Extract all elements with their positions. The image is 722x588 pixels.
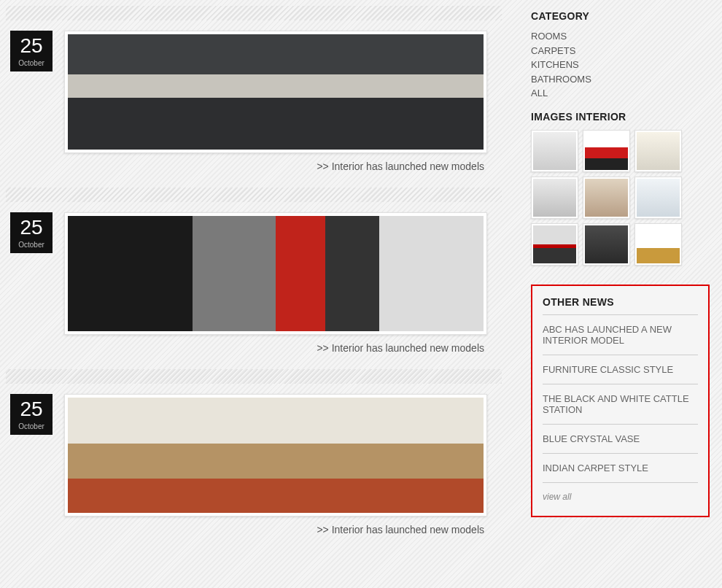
post-image-link[interactable] xyxy=(64,212,487,335)
thumbnail-link[interactable] xyxy=(583,223,630,266)
thumbnail-grid xyxy=(531,130,691,266)
main-column: 25 October >> Interior has launched new … xyxy=(6,0,502,551)
date-badge: 25 October xyxy=(10,212,53,253)
thumbnail-link[interactable] xyxy=(634,223,682,266)
post-image xyxy=(68,34,484,150)
thumbnail-link[interactable] xyxy=(583,130,630,172)
date-day: 25 xyxy=(20,399,42,419)
thumbnail-link[interactable] xyxy=(634,130,682,172)
category-link[interactable]: KITCHENS xyxy=(531,58,710,72)
post-image xyxy=(68,216,484,331)
thumbnail-image xyxy=(585,179,628,217)
post-image-link[interactable] xyxy=(64,31,487,153)
category-link[interactable]: CARPETS xyxy=(531,44,710,58)
thumbnail-image xyxy=(533,179,576,217)
post-title-link[interactable]: >> Interior has launched new models xyxy=(64,153,487,177)
thumbnail-link[interactable] xyxy=(531,223,578,266)
thumbnail-image xyxy=(585,225,628,263)
other-news-panel: OTHER NEWS ABC HAS LAUNCHED A NEW INTERI… xyxy=(531,285,710,517)
thumbnail-image xyxy=(637,179,680,217)
category-link[interactable]: ROOMS xyxy=(531,29,710,44)
date-month: October xyxy=(18,241,44,249)
sidebar: CATEGORY ROOMS CARPETS KITCHENS BATHROOM… xyxy=(531,0,710,517)
divider xyxy=(6,187,502,202)
post-image xyxy=(68,398,484,513)
gallery-heading: IMAGES INTERIOR xyxy=(531,111,710,123)
category-link[interactable]: ALL xyxy=(531,86,710,101)
thumbnail-image xyxy=(585,132,628,170)
thumbnail-image xyxy=(637,132,680,170)
news-link[interactable]: INDIAN CARPET STYLE xyxy=(543,453,698,483)
post-title-link[interactable]: >> Interior has launched new models xyxy=(64,335,487,358)
date-month: October xyxy=(18,422,44,430)
view-all-link[interactable]: view all xyxy=(543,492,571,502)
post: 25 October >> Interior has launched new … xyxy=(6,31,502,177)
thumbnail-link[interactable] xyxy=(531,177,578,219)
other-news-heading: OTHER NEWS xyxy=(543,296,698,308)
post: 25 October >> Interior has launched new … xyxy=(6,394,502,540)
divider xyxy=(6,6,502,20)
divider xyxy=(6,369,502,384)
post-image-link[interactable] xyxy=(64,394,487,517)
news-link[interactable]: THE BLACK AND WHITE CATTLE STATION xyxy=(543,384,698,425)
date-day: 25 xyxy=(20,36,42,56)
thumbnail-link[interactable] xyxy=(583,177,630,219)
date-day: 25 xyxy=(20,217,42,238)
thumbnail-image xyxy=(637,225,680,263)
category-list: ROOMS CARPETS KITCHENS BATHROOMS ALL xyxy=(531,29,710,101)
date-month: October xyxy=(18,59,44,67)
thumbnail-link[interactable] xyxy=(531,130,578,172)
thumbnail-image xyxy=(533,225,576,263)
date-badge: 25 October xyxy=(10,31,53,71)
news-link[interactable]: BLUE CRYSTAL VASE xyxy=(543,424,698,454)
news-link[interactable]: FURNITURE CLASSIC STYLE xyxy=(543,355,698,384)
thumbnail-link[interactable] xyxy=(634,177,682,219)
thumbnail-image xyxy=(533,132,576,170)
category-heading: CATEGORY xyxy=(531,10,710,22)
category-link[interactable]: BATHROOMS xyxy=(531,72,710,87)
news-link[interactable]: ABC HAS LAUNCHED A NEW INTERIOR MODEL xyxy=(543,314,698,355)
post: 25 October >> Interior has launched new … xyxy=(6,212,502,358)
date-badge: 25 October xyxy=(10,394,53,435)
post-title-link[interactable]: >> Interior has launched new models xyxy=(64,517,487,540)
